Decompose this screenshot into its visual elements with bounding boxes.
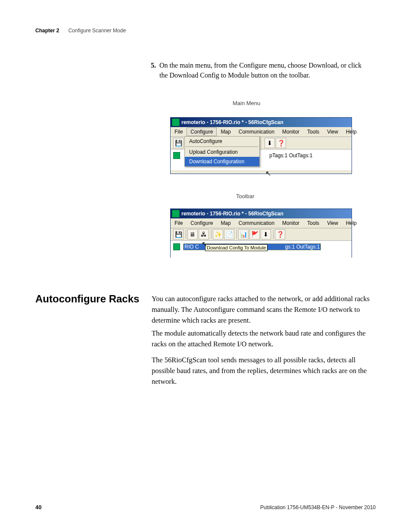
page-number: 40 xyxy=(35,504,41,510)
menu2-communication[interactable]: Communication xyxy=(235,219,278,227)
help-icon[interactable]: ❓ xyxy=(276,138,286,148)
configure-dropdown: AutoConfigure Upload Configuration Downl… xyxy=(184,136,260,167)
title-bar: remoterio - 1756-RIO.rio * - 56RioCfgSca… xyxy=(171,118,352,127)
download-icon[interactable]: ⬇ xyxy=(265,138,275,148)
tb-wand-icon[interactable]: ✨ xyxy=(213,229,223,240)
tree-node-icon xyxy=(173,152,180,159)
tb-bar-icon[interactable]: 📊 xyxy=(238,229,249,240)
menu2-monitor[interactable]: Monitor xyxy=(278,219,303,227)
menu2-view[interactable]: View xyxy=(323,219,342,227)
menu2-help[interactable]: Help xyxy=(342,219,361,227)
caption-toolbar: Toolbar xyxy=(236,193,255,199)
separator xyxy=(211,230,212,239)
app-icon xyxy=(172,118,180,126)
menu-configure[interactable]: Configure xyxy=(187,128,217,136)
menu-communication[interactable]: Communication xyxy=(235,128,278,136)
menu-file[interactable]: File xyxy=(171,128,187,136)
step-text: On the main menu, from the Configure men… xyxy=(159,62,361,79)
paragraph-2: The module automatically detects the net… xyxy=(152,328,372,350)
save-icon[interactable]: 💾 xyxy=(173,138,184,148)
title-bar-2: remoterio - 1756-RIO.rio * - 56RioCfgSca… xyxy=(171,209,352,218)
menu-map[interactable]: Map xyxy=(217,128,234,136)
window-toolbar-screenshot: remoterio - 1756-RIO.rio * - 56RioCfgSca… xyxy=(170,208,352,258)
publication-info: Publication 1756-UM534B-EN-P - November … xyxy=(260,504,376,510)
chapter-title: Configure Scanner Mode xyxy=(68,28,126,34)
dropdown-download-config[interactable]: Download Configuration xyxy=(185,157,259,166)
section-heading-autoconfigure: Autoconfigure Racks xyxy=(35,293,139,305)
dropdown-upload-config[interactable]: Upload Configuration xyxy=(185,147,259,157)
dropdown-autoconfigure[interactable]: AutoConfigure xyxy=(185,137,259,146)
paragraph-3: The 56RioCfgScan tool sends messages to … xyxy=(152,355,372,387)
step-number: 5. xyxy=(151,60,156,70)
separator xyxy=(186,230,186,239)
tree-text-a: RIO C xyxy=(184,244,199,250)
tb-connect1-icon[interactable]: 🖥 xyxy=(187,229,198,240)
dropdown-separator xyxy=(186,146,258,147)
menu2-file[interactable]: File xyxy=(171,219,187,227)
menu-bar-2: File Configure Map Communication Monitor… xyxy=(171,218,352,228)
tree-node-text: pTags:1 OutTags:1 xyxy=(269,152,312,159)
menu-help[interactable]: Help xyxy=(342,128,361,136)
menu2-tools[interactable]: Tools xyxy=(303,219,323,227)
tree-node-icon-2 xyxy=(173,243,180,250)
window-title-2: remoterio - 1756-RIO.rio * - 56RioCfgSca… xyxy=(181,211,283,217)
menu-monitor[interactable]: Monitor xyxy=(278,128,303,136)
tb-doc-icon[interactable]: 📄 xyxy=(224,229,234,240)
tb-connect2-icon[interactable]: 🖧 xyxy=(199,229,209,240)
tb-download-icon[interactable]: ⬇ xyxy=(261,229,271,240)
paragraph-1: You can autoconfigure racks attached to … xyxy=(152,294,372,326)
menu2-configure[interactable]: Configure xyxy=(187,219,217,227)
menu-bar: File Configure Map Communication Monitor… xyxy=(171,127,352,137)
tb-help-icon[interactable]: ❓ xyxy=(275,229,285,240)
menu2-map[interactable]: Map xyxy=(217,219,234,227)
tooltip-download-config: Download Config To Module xyxy=(205,244,268,251)
page-header: Chapter 2 Configure Scanner Mode xyxy=(35,28,126,34)
caption-main-menu: Main Menu xyxy=(233,100,260,106)
menu-tools[interactable]: Tools xyxy=(303,128,323,136)
separator xyxy=(273,230,274,239)
tb-save-icon[interactable]: 💾 xyxy=(173,229,184,240)
step-5: 5. On the main menu, from the Configure … xyxy=(159,60,371,80)
app-icon-2 xyxy=(172,210,180,218)
window-main-menu-screenshot: remoterio - 1756-RIO.rio * - 56RioCfgSca… xyxy=(170,117,352,174)
tree-text-b: gs:1 OutTags:1 xyxy=(285,244,320,250)
tb-flag-icon[interactable]: 🚩 xyxy=(249,229,260,240)
menu-view[interactable]: View xyxy=(323,128,342,136)
cursor-icon: ↖ xyxy=(265,169,271,177)
cursor-icon-2: ↖ xyxy=(202,240,207,248)
window-title: remoterio - 1756-RIO.rio * - 56RioCfgSca… xyxy=(181,119,283,125)
separator xyxy=(237,230,237,239)
chapter-label: Chapter 2 xyxy=(35,28,59,34)
toolbar-full: 💾 🖥 🖧 ✨ 📄 📊 🚩 ⬇ ❓ xyxy=(171,228,352,241)
